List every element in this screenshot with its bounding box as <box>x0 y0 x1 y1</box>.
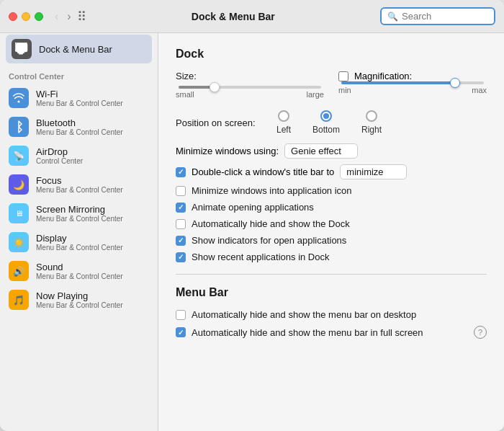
sidebar-item-screen-mirroring[interactable]: 🖥 Screen Mirroring Menu Bar & Control Ce… <box>0 199 158 228</box>
bottom-radio[interactable] <box>320 110 332 122</box>
minimize-into-icon-label: Minimize windows into application icon <box>192 185 352 196</box>
position-label: Position on screen: <box>176 117 276 128</box>
magnification-slider-col: Magnification: min max <box>338 71 487 103</box>
sidebar: Dock & Menu Bar Control Center Wi-Fi Men… <box>0 33 158 431</box>
auto-hide-desktop-label: Automatically hide and show the menu bar… <box>192 309 416 320</box>
magnification-label: Magnification: <box>354 71 412 81</box>
wifi-icon <box>9 88 29 108</box>
search-icon: 🔍 <box>387 12 398 22</box>
screen-mirroring-icon: 🖥 <box>9 203 29 223</box>
position-bottom[interactable]: Bottom <box>312 110 340 135</box>
auto-hide-fullscreen-checkbox[interactable] <box>176 327 186 337</box>
sound-icon: 🔊 <box>9 261 29 281</box>
traffic-lights <box>9 12 43 21</box>
bluetooth-sub: Menu Bar & Control Center <box>36 128 123 136</box>
auto-hide-fullscreen-inner: Automatically hide and show the menu bar… <box>176 327 468 338</box>
minimize-label: Minimize windows using: <box>176 146 279 156</box>
screen-mirroring-label: Screen Mirroring <box>36 204 123 215</box>
now-playing-icon: 🎵 <box>9 290 29 310</box>
display-label: Display <box>36 233 123 244</box>
auto-hide-dock-checkbox[interactable] <box>176 219 186 229</box>
right-radio[interactable] <box>366 110 377 122</box>
sidebar-item-sound[interactable]: 🔊 Sound Menu Bar & Control Center <box>0 257 158 285</box>
now-playing-sub: Menu Bar & Control Center <box>36 301 123 309</box>
svg-rect-3 <box>19 53 23 55</box>
auto-hide-dock-label: Automatically hide and show the Dock <box>192 218 350 229</box>
wifi-sub: Menu Bar & Control Center <box>36 99 123 107</box>
sidebar-item-wifi[interactable]: Wi-Fi Menu Bar & Control Center <box>0 84 158 112</box>
magnification-checkbox[interactable] <box>338 71 348 81</box>
magnification-track[interactable] <box>341 81 484 84</box>
double-click-dropdown-wrapper: minimize zoom do nothing <box>340 164 407 179</box>
focus-label: Focus <box>36 175 123 186</box>
size-slider-col: Size: small large <box>176 71 324 107</box>
animate-opening-checkbox[interactable] <box>176 203 186 213</box>
focus-icon: 🌙 <box>9 174 29 195</box>
help-button[interactable]: ? <box>474 326 487 339</box>
sidebar-item-dock-menu-bar[interactable]: Dock & Menu Bar <box>6 35 152 63</box>
nav-buttons: ‹ › <box>52 9 74 25</box>
size-track[interactable] <box>179 86 321 89</box>
auto-hide-fullscreen-row: Automatically hide and show the menu bar… <box>176 326 487 339</box>
left-label: Left <box>276 125 291 135</box>
left-radio[interactable] <box>278 110 289 122</box>
forward-button[interactable]: › <box>64 9 73 25</box>
minimize-into-icon-checkbox[interactable] <box>176 186 186 196</box>
sidebar-item-focus[interactable]: 🌙 Focus Menu Bar & Control Center <box>0 170 158 199</box>
minimize-into-icon-row: Minimize windows into application icon <box>176 185 487 196</box>
display-icon: ☀️ <box>9 232 29 252</box>
back-button[interactable]: ‹ <box>52 9 61 25</box>
position-right[interactable]: Right <box>361 110 382 135</box>
sidebar-item-display[interactable]: ☀️ Display Menu Bar & Control Center <box>0 228 158 257</box>
animate-opening-row: Animate opening applications <box>176 202 487 213</box>
display-sub: Menu Bar & Control Center <box>36 244 123 252</box>
search-input[interactable] <box>402 11 488 22</box>
minimize-dropdown[interactable]: Genie effect Scale effect <box>284 143 358 159</box>
screen-mirroring-sub: Menu Bar & Control Center <box>36 215 123 223</box>
now-playing-label: Now Playing <box>36 290 123 301</box>
show-indicators-checkbox[interactable] <box>176 236 186 246</box>
magnification-min: min <box>338 86 351 94</box>
right-label: Right <box>361 125 382 135</box>
close-button[interactable] <box>9 12 17 21</box>
dock-section-title: Dock <box>176 48 487 61</box>
menubar-section-title: Menu Bar <box>176 286 487 299</box>
sliders-row: Size: small large <box>176 71 487 107</box>
show-recent-checkbox[interactable] <box>176 252 186 262</box>
double-click-checkbox[interactable] <box>176 167 186 177</box>
position-left[interactable]: Left <box>276 110 291 135</box>
airdrop-sub: Control Center <box>36 157 83 165</box>
position-row: Position on screen: Left Bottom Right <box>176 110 487 135</box>
auto-hide-desktop-checkbox[interactable] <box>176 310 186 320</box>
auto-hide-desktop-row: Automatically hide and show the menu bar… <box>176 309 487 320</box>
grid-button[interactable]: ⠿ <box>77 9 86 25</box>
auto-hide-dock-row: Automatically hide and show the Dock <box>176 218 487 229</box>
sidebar-item-airdrop[interactable]: 📡 AirDrop Control Center <box>0 141 158 170</box>
bottom-label: Bottom <box>312 125 340 135</box>
control-center-label: Control Center <box>0 65 158 84</box>
show-recent-row: Show recent applications in Dock <box>176 252 487 262</box>
sidebar-item-bluetooth[interactable]: Bluetooth Menu Bar & Control Center <box>0 112 158 141</box>
window-title: Dock & Menu Bar <box>86 11 380 22</box>
size-slider-row: Size: <box>176 71 324 81</box>
window: ‹ › ⠿ Dock & Menu Bar 🔍 <box>0 0 504 431</box>
bluetooth-label: Bluetooth <box>36 117 123 128</box>
minimize-button[interactable] <box>22 12 30 21</box>
magnification-row: Magnification: <box>338 71 487 81</box>
auto-hide-fullscreen-label: Automatically hide and show the menu bar… <box>192 327 423 338</box>
magnification-max: max <box>472 86 487 94</box>
magnification-fill <box>341 81 455 84</box>
content-area: Dock Size: small lar <box>158 33 504 431</box>
double-click-dropdown[interactable]: minimize zoom do nothing <box>340 164 407 179</box>
radio-group: Left Bottom Right <box>276 110 382 135</box>
airdrop-label: AirDrop <box>36 146 83 157</box>
sound-label: Sound <box>36 262 123 272</box>
search-box[interactable]: 🔍 <box>380 7 495 25</box>
size-thumb[interactable] <box>210 82 220 92</box>
focus-sub: Menu Bar & Control Center <box>36 186 123 194</box>
maximize-button[interactable] <box>35 12 43 21</box>
double-click-label: Double-click a window's title bar to <box>192 166 334 177</box>
double-click-row: Double-click a window's title bar to min… <box>176 164 487 179</box>
sidebar-item-now-playing[interactable]: 🎵 Now Playing Menu Bar & Control Center <box>0 285 158 314</box>
show-recent-label: Show recent applications in Dock <box>192 252 330 262</box>
